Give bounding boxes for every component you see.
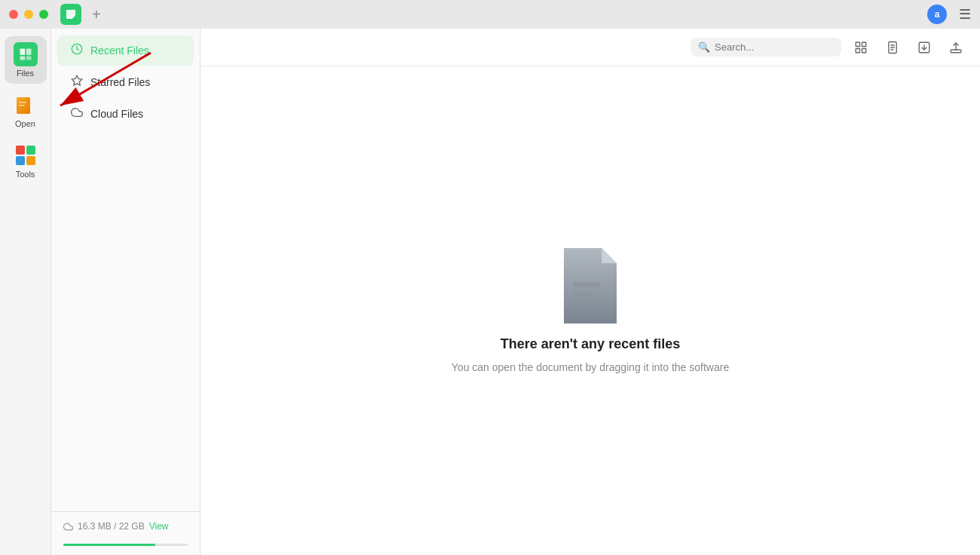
import-button[interactable] [912, 35, 936, 60]
icon-bar-files[interactable]: Files [5, 36, 47, 84]
sidebar-footer: 16.3 MB / 22 GB View [51, 511, 200, 541]
clock-icon [71, 43, 83, 58]
close-button[interactable] [9, 10, 18, 19]
empty-state-heading: There aren't any recent files [501, 336, 680, 352]
star-icon [71, 75, 83, 90]
sidebar-item-cloud[interactable]: Cloud Files [57, 99, 194, 129]
svg-rect-2 [20, 57, 25, 60]
grid-view-button[interactable] [849, 35, 873, 60]
empty-state-subtext: You can open the document by dragging it… [452, 361, 729, 373]
maximize-button[interactable] [39, 10, 48, 19]
empty-state-illustration [556, 248, 624, 327]
svg-rect-25 [951, 50, 961, 53]
empty-state: There aren't any recent files You can op… [201, 66, 980, 555]
storage-progress-bar [63, 544, 188, 546]
new-tab-button[interactable]: + [92, 6, 101, 23]
svg-rect-6 [19, 102, 26, 103]
tools-label: Tools [16, 170, 35, 179]
tools-icon [14, 143, 38, 167]
sidebar-item-recent[interactable]: Recent Files [57, 35, 194, 66]
svg-rect-10 [16, 156, 25, 165]
icon-bar-tools[interactable]: Tools [5, 137, 47, 185]
svg-rect-1 [26, 49, 31, 55]
open-label: Open [15, 119, 35, 128]
export-button[interactable] [944, 35, 968, 60]
storage-progress-fill [63, 544, 155, 546]
search-box[interactable]: 🔍 [691, 38, 841, 57]
svg-marker-13 [72, 75, 81, 85]
icon-bar-open[interactable]: Open [5, 87, 47, 134]
svg-rect-27 [573, 292, 594, 297]
svg-rect-14 [856, 42, 859, 46]
hamburger-menu[interactable]: ☰ [959, 6, 971, 23]
title-bar: + a ☰ [0, 0, 980, 29]
storage-text: 16.3 MB / 22 GB [78, 521, 145, 532]
sidebar: Recent Files Starred Files Cloud Files [51, 29, 201, 555]
icon-bar: Files Open [0, 29, 51, 555]
cloud-icon [71, 106, 83, 121]
view-link[interactable]: View [149, 521, 169, 532]
recent-files-label: Recent Files [90, 44, 149, 57]
user-avatar[interactable]: a [927, 5, 947, 24]
svg-rect-11 [26, 156, 35, 165]
svg-rect-3 [26, 57, 31, 60]
toolbar: 🔍 [201, 29, 980, 66]
app-logo [60, 4, 81, 25]
files-label: Files [17, 69, 34, 78]
minimize-button[interactable] [24, 10, 33, 19]
svg-rect-26 [573, 282, 600, 287]
svg-rect-7 [19, 105, 25, 106]
app-body: Files Open [0, 29, 980, 555]
svg-rect-0 [20, 49, 25, 55]
svg-rect-9 [26, 146, 35, 155]
open-icon [14, 93, 38, 117]
info-button[interactable] [880, 35, 905, 60]
search-input[interactable] [715, 41, 834, 53]
cloud-files-label: Cloud Files [90, 108, 143, 120]
svg-rect-8 [16, 146, 25, 155]
cloud-storage-icon [63, 522, 73, 532]
sidebar-item-starred[interactable]: Starred Files [57, 67, 194, 97]
svg-rect-15 [862, 42, 866, 46]
main-content: 🔍 [201, 29, 980, 555]
search-icon: 🔍 [698, 41, 710, 53]
starred-files-label: Starred Files [90, 76, 150, 88]
files-icon [14, 42, 38, 66]
svg-rect-16 [856, 48, 859, 52]
svg-rect-17 [862, 48, 866, 52]
